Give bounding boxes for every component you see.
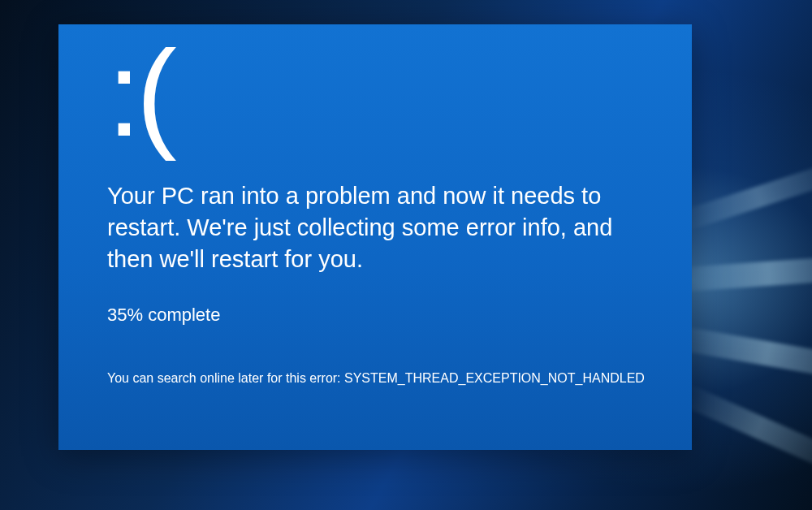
light-ray-icon <box>679 157 812 232</box>
error-message: Your PC ran into a problem and now it ne… <box>107 180 627 275</box>
bsod-panel: :( Your PC ran into a problem and now it… <box>58 24 692 450</box>
error-code: SYSTEM_THREAD_EXCEPTION_NOT_HANDLED <box>344 371 645 385</box>
error-footer: You can search online later for this err… <box>107 371 651 386</box>
progress-text: 35% complete <box>107 305 651 326</box>
light-ray-icon <box>672 325 812 386</box>
light-ray-icon <box>673 253 812 292</box>
light-ray-icon <box>677 382 812 479</box>
footer-prefix: You can search online later for this err… <box>107 371 344 385</box>
sad-face-icon: :( <box>107 32 651 154</box>
